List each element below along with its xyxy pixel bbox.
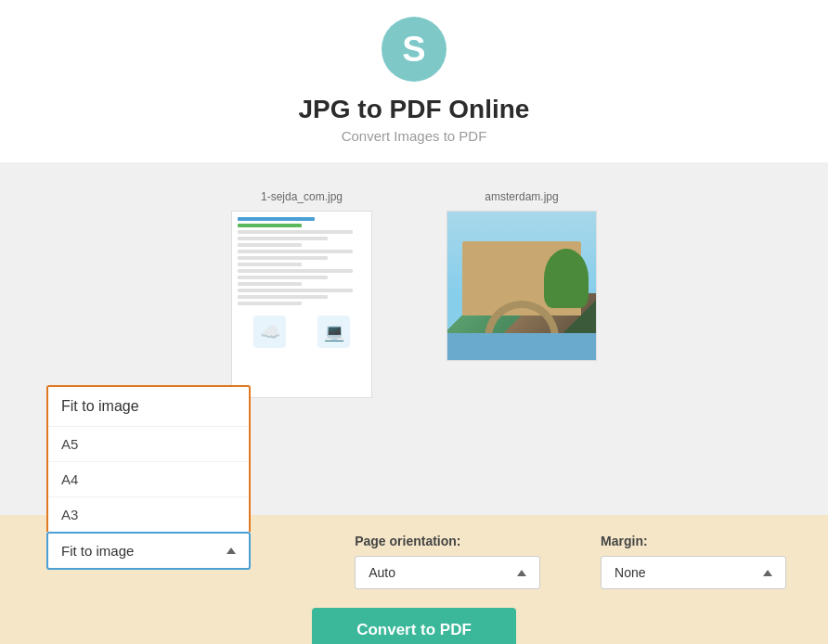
margin-arrow-icon	[763, 570, 772, 576]
doc-line-1	[238, 217, 315, 221]
logo-letter: S	[402, 32, 425, 67]
image-card-doc: 1-sejda_com.jpg	[231, 190, 372, 398]
doc-line-3	[238, 230, 353, 234]
image-card-photo: amsterdam.jpg	[446, 190, 597, 398]
doc-line-11	[238, 282, 302, 286]
doc-line-4	[238, 237, 328, 240]
doc-filename: 1-sejda_com.jpg	[261, 190, 343, 203]
laptop-icon: 💻	[324, 322, 344, 342]
doc-line-2	[238, 224, 302, 227]
doc-line-5	[238, 243, 302, 247]
photo-trees	[544, 249, 589, 308]
margin-select[interactable]: None	[601, 556, 786, 589]
dropdown-option-a5[interactable]: A5	[48, 426, 249, 461]
doc-line-13	[238, 295, 328, 299]
header: S JPG to PDF Online Convert Images to PD…	[0, 0, 828, 162]
doc-lines	[238, 217, 366, 308]
dropdown-closed-text: Fit to image	[61, 543, 134, 559]
doc-line-12	[238, 289, 353, 292]
photo-water	[447, 333, 596, 360]
dropdown-option-a3[interactable]: A3	[48, 496, 249, 532]
images-row: 1-sejda_com.jpg	[0, 190, 828, 398]
photo-filename: amsterdam.jpg	[485, 190, 558, 203]
dropdown-arrow-up-icon	[226, 547, 236, 554]
dropdown-option-a4[interactable]: A4	[48, 461, 249, 496]
orientation-arrow-icon	[517, 570, 526, 576]
margin-group: Margin: None	[601, 534, 791, 589]
doc-line-10	[238, 276, 328, 279]
orientation-select[interactable]: Auto	[355, 556, 540, 589]
dropdown-options-list: A5 A4 A3	[46, 426, 251, 532]
doc-line-6	[238, 250, 353, 253]
page-size-dropdown-open[interactable]: Fit to image A5 A4 A3 Fit to image	[46, 385, 251, 570]
dropdown-selected-open-text: Fit to image	[48, 387, 249, 426]
margin-value: None	[615, 565, 645, 580]
photo-preview	[446, 211, 597, 361]
page-subtitle: Convert Images to PDF	[0, 128, 828, 144]
convert-button[interactable]: Convert to PDF	[312, 608, 516, 644]
orientation-group: Page orientation: Auto	[355, 534, 545, 589]
dropdown-closed-box[interactable]: Fit to image	[46, 532, 251, 570]
page-title: JPG to PDF Online	[0, 95, 828, 124]
doc-icons-row: ☁️ 💻	[238, 316, 366, 348]
doc-preview: ☁️ 💻	[231, 211, 372, 398]
orientation-value: Auto	[369, 565, 395, 580]
photo-thumbnail	[447, 212, 596, 360]
doc-line-14	[238, 302, 302, 305]
doc-line-7	[238, 256, 328, 260]
cloud-icon: ☁️	[260, 322, 280, 342]
margin-label: Margin:	[601, 534, 791, 548]
dropdown-open-box: Fit to image	[46, 385, 251, 426]
controls-area: Fit to image A5 A4 A3 Fit to image Page …	[0, 515, 828, 644]
doc-line-9	[238, 269, 353, 273]
logo: S	[382, 17, 446, 82]
orientation-label: Page orientation:	[355, 534, 545, 548]
doc-thumbnail: ☁️ 💻	[232, 212, 371, 397]
doc-line-8	[238, 263, 302, 266]
doc-icon-1: ☁️	[253, 316, 286, 348]
doc-icon-2: 💻	[317, 316, 350, 348]
